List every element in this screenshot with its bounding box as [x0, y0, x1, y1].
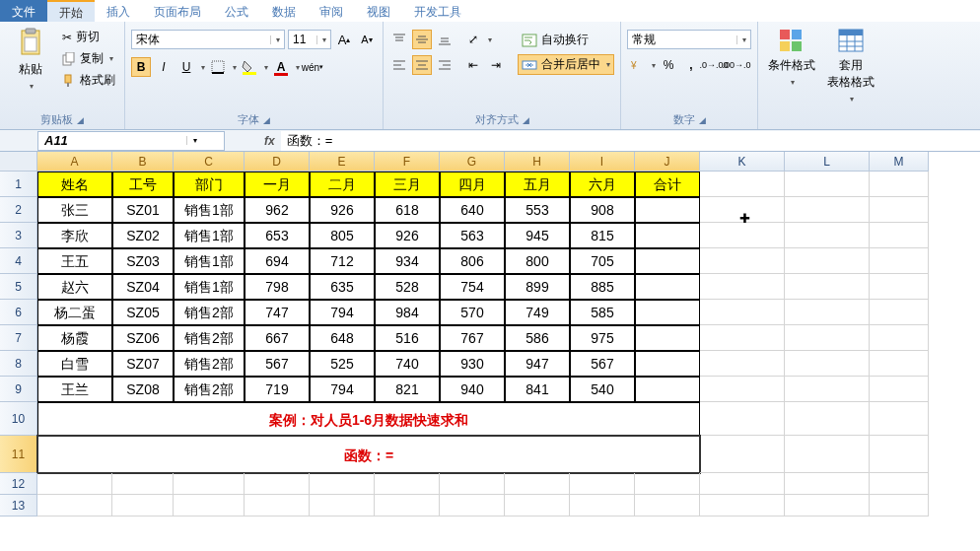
cell[interactable]: SZ02 — [112, 223, 174, 248]
cell[interactable]: 800 — [505, 248, 570, 274]
row-header[interactable]: 11 — [0, 436, 37, 473]
dialog-launcher-icon[interactable]: ◢ — [77, 115, 84, 125]
cell[interactable]: 885 — [570, 274, 635, 300]
format-as-table-button[interactable]: 套用 表格格式▾ — [823, 24, 878, 107]
cell[interactable]: 930 — [440, 351, 505, 377]
cell[interactable] — [635, 248, 700, 274]
cell[interactable] — [375, 495, 440, 517]
cell[interactable]: 648 — [310, 325, 375, 351]
cell[interactable]: 984 — [375, 300, 440, 325]
cell[interactable]: SZ04 — [112, 274, 174, 300]
dialog-launcher-icon[interactable]: ◢ — [699, 115, 706, 125]
tab-file[interactable]: 文件 — [0, 0, 47, 22]
cell[interactable]: 一月 — [245, 172, 310, 197]
row-header[interactable]: 12 — [0, 473, 37, 495]
row-header[interactable]: 9 — [0, 377, 37, 402]
chevron-down-icon[interactable]: ▾ — [186, 136, 202, 145]
cell[interactable]: 806 — [440, 248, 505, 274]
cell[interactable]: 六月 — [570, 172, 635, 197]
cell[interactable] — [700, 402, 785, 436]
cell[interactable]: 694 — [245, 248, 310, 274]
cell[interactable]: 975 — [570, 325, 635, 351]
cell[interactable] — [870, 402, 929, 436]
underline-button[interactable]: U — [176, 57, 196, 77]
row-header[interactable]: 13 — [0, 495, 37, 517]
chevron-down-icon[interactable]: ▾ — [652, 61, 656, 70]
cell[interactable]: 赵六 — [37, 274, 112, 300]
cell[interactable]: 563 — [440, 223, 505, 248]
cell[interactable] — [635, 274, 700, 300]
col-header[interactable]: D — [245, 152, 310, 172]
comma-button[interactable]: , — [681, 55, 701, 75]
cell[interactable] — [870, 274, 929, 300]
row-header[interactable]: 8 — [0, 351, 37, 377]
align-middle-button[interactable] — [412, 30, 432, 49]
cell[interactable]: 553 — [505, 197, 570, 223]
cell[interactable] — [37, 495, 112, 517]
cell[interactable]: 函数：= — [37, 436, 700, 473]
cell[interactable]: 525 — [310, 351, 375, 377]
cell[interactable] — [635, 325, 700, 351]
cell[interactable] — [785, 300, 870, 325]
cell[interactable]: 销售2部 — [174, 325, 245, 351]
col-header[interactable]: M — [870, 152, 929, 172]
font-color-button[interactable]: A — [271, 57, 291, 77]
cell[interactable] — [785, 325, 870, 351]
row-header[interactable]: 10 — [0, 402, 37, 436]
cell[interactable]: 工号 — [112, 172, 174, 197]
cell[interactable] — [174, 495, 245, 517]
cell[interactable]: 947 — [505, 351, 570, 377]
cell[interactable]: 962 — [245, 197, 310, 223]
accounting-format-button[interactable]: ¥ — [627, 55, 647, 75]
cell[interactable]: 杨霞 — [37, 325, 112, 351]
cell[interactable]: 销售1部 — [174, 197, 245, 223]
row-header[interactable]: 1 — [0, 172, 37, 197]
borders-button[interactable] — [208, 57, 228, 77]
number-format-input[interactable] — [628, 31, 736, 48]
fx-icon[interactable]: fx — [264, 134, 275, 148]
orientation-button[interactable]: ⤢ — [463, 30, 483, 49]
cell[interactable] — [700, 473, 785, 495]
cell[interactable]: 销售2部 — [174, 351, 245, 377]
cell[interactable]: 销售2部 — [174, 377, 245, 402]
cell[interactable] — [700, 377, 785, 402]
cell[interactable] — [870, 248, 929, 274]
cell[interactable] — [785, 495, 870, 517]
cell[interactable] — [635, 197, 700, 223]
tab-page-layout[interactable]: 页面布局 — [142, 0, 213, 22]
cell[interactable]: 杨二蛋 — [37, 300, 112, 325]
cell[interactable] — [870, 351, 929, 377]
row-header[interactable]: 7 — [0, 325, 37, 351]
cell[interactable]: 740 — [375, 351, 440, 377]
cell[interactable]: 805 — [310, 223, 375, 248]
cell[interactable] — [700, 248, 785, 274]
cell[interactable]: 821 — [375, 377, 440, 402]
cell[interactable]: 585 — [570, 300, 635, 325]
cell[interactable] — [635, 495, 700, 517]
cell[interactable] — [635, 351, 700, 377]
cell[interactable]: 销售1部 — [174, 223, 245, 248]
cell[interactable] — [375, 473, 440, 495]
cell[interactable] — [635, 377, 700, 402]
cell[interactable] — [310, 473, 375, 495]
cell[interactable]: SZ06 — [112, 325, 174, 351]
cell[interactable] — [785, 473, 870, 495]
cell[interactable]: 653 — [245, 223, 310, 248]
cut-button[interactable]: ✂剪切 — [59, 28, 118, 46]
col-header[interactable]: K — [700, 152, 785, 172]
cell[interactable] — [700, 325, 785, 351]
cell[interactable] — [785, 274, 870, 300]
fill-color-button[interactable] — [240, 57, 259, 77]
col-header[interactable]: H — [505, 152, 570, 172]
cell[interactable] — [570, 473, 635, 495]
cell[interactable] — [785, 248, 870, 274]
cell[interactable] — [505, 495, 570, 517]
cell[interactable] — [870, 223, 929, 248]
chevron-down-icon[interactable]: ▾ — [736, 35, 750, 44]
cell[interactable]: 五月 — [505, 172, 570, 197]
cell[interactable] — [785, 197, 870, 223]
cell[interactable]: 767 — [440, 325, 505, 351]
select-all-corner[interactable] — [0, 152, 37, 172]
row-header[interactable]: 6 — [0, 300, 37, 325]
cell[interactable] — [870, 197, 929, 223]
